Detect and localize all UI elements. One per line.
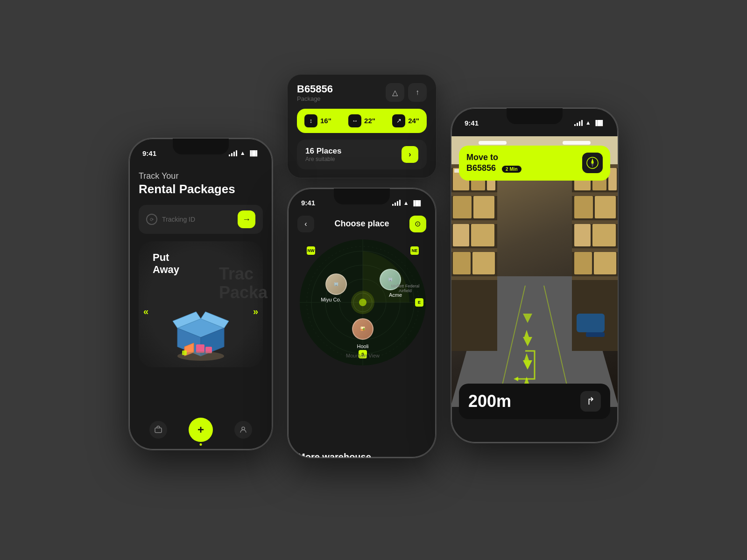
search-input[interactable]: Tracking ID (162, 216, 195, 223)
dim-width-item: ↔ 22" (348, 114, 375, 127)
phone2-content: ‹ Choose place ⊙ (288, 216, 436, 458)
status-time-1: 9:41 (142, 149, 156, 157)
height-icon: ↕ (304, 114, 317, 127)
status-bar-2: 9:41 ▲ ▐█▌ (288, 189, 436, 211)
center-column: B65856 Package △ ↑ ↕ 16" ↔ 22" ↗ 24" (287, 74, 437, 458)
places-info: 16 Places Are suitable (305, 147, 342, 162)
svg-rect-33 (451, 248, 497, 252)
status-icons-2: ▲ ▐█▌ (392, 200, 423, 206)
ar-navigation-banner: Move to B65856 2 Min (459, 146, 610, 181)
svg-rect-61 (577, 314, 605, 332)
signal-bar-2 (231, 153, 233, 156)
svg-rect-50 (572, 276, 618, 280)
battery-icon: ▐█▌ (248, 150, 259, 156)
signal-bar-3 (233, 152, 235, 156)
svg-rect-32 (451, 220, 497, 224)
nav-packages-button[interactable] (149, 421, 167, 439)
widget-pkg-id: B65856 (297, 83, 333, 95)
phone-1: 9:41 ▲ ▐█▌ Track Your Rental Packages ⟳ … (128, 138, 273, 450)
blip-miyu[interactable]: 🏢 (325, 273, 347, 295)
svg-rect-39 (473, 196, 494, 218)
svg-rect-49 (572, 248, 618, 252)
places-arrow-button[interactable]: › (402, 146, 418, 163)
mountain-view-label: Mountain View (346, 353, 380, 358)
height-value: 16" (320, 117, 331, 125)
blip-moffett-label: Moffett Federal Airfield (389, 284, 422, 293)
nav-indicator-dot (200, 443, 202, 446)
ar-compass-icon[interactable] (582, 153, 603, 173)
choose-place-title: Choose place (334, 219, 389, 229)
battery-icon-3: ▐█▌ (594, 120, 605, 126)
watermark-text: Trac Packa (219, 265, 268, 301)
signal-bar-4 (236, 150, 237, 156)
svg-rect-47 (572, 192, 618, 196)
phone1-content: Track Your Rental Packages ⟳ Tracking ID… (129, 161, 272, 381)
status-icons-1: ▲ ▐█▌ (229, 150, 259, 156)
svg-rect-41 (471, 224, 494, 246)
widget-recycle-button[interactable]: △ (386, 83, 404, 102)
nav-profile-button[interactable] (234, 421, 252, 439)
back-button[interactable]: ‹ (297, 216, 314, 232)
svg-rect-23 (479, 141, 507, 145)
svg-rect-54 (574, 196, 593, 218)
radar-map: NW NE S E 🏢 Miyu Co. 🏢 Acme Moffett Fede… (297, 237, 428, 368)
compass-e: E (415, 298, 423, 307)
dim-height-item: ↕ 16" (304, 114, 331, 127)
svg-rect-24 (563, 141, 591, 145)
wifi-icon-2: ▲ (403, 200, 409, 206)
ar-destination-text: B65856 2 Min (466, 163, 521, 174)
status-bar-3: 9:41 ▲ ▐█▌ (451, 108, 618, 131)
box-illustration (168, 309, 233, 367)
svg-rect-62 (586, 332, 605, 337)
carousel-next-button[interactable]: » (253, 306, 258, 317)
widget-upload-button[interactable]: ↑ (408, 83, 427, 102)
svg-rect-34 (451, 276, 497, 280)
nav-turn-icon: ↱ (580, 391, 601, 412)
svg-rect-58 (574, 252, 592, 274)
places-row[interactable]: 16 Places Are suitable › (297, 140, 427, 169)
wifi-icon-3: ▲ (585, 119, 591, 126)
signal-icon-3 (574, 120, 583, 126)
status-time-2: 9:41 (301, 199, 315, 207)
location-button[interactable]: ⊙ (409, 216, 426, 232)
svg-rect-55 (595, 196, 616, 218)
width-icon: ↔ (348, 114, 361, 127)
dim-depth-item: ↗ 24" (392, 114, 419, 127)
carousel-prev-button[interactable]: « (143, 306, 148, 317)
track-subtitle: Track Your (139, 171, 263, 181)
svg-rect-42 (453, 252, 471, 274)
search-submit-button[interactable]: → (238, 210, 255, 228)
put-away-label: Put Away (153, 252, 179, 276)
svg-point-71 (592, 162, 593, 164)
wifi-icon: ▲ (240, 150, 246, 156)
ar-move-to-text: Move to (466, 152, 521, 163)
signal-icon-2 (392, 200, 401, 206)
package-widget-card: B65856 Package △ ↑ ↕ 16" ↔ 22" ↗ 24" (287, 74, 437, 178)
phone-3: 9:41 ▲ ▐█▌ (451, 107, 619, 443)
status-time-3: 9:41 (465, 119, 479, 127)
navigation-distance-bar: 200m ↱ (459, 384, 610, 419)
nav-add-button[interactable]: + (189, 418, 213, 442)
depth-value: 24" (408, 117, 419, 125)
svg-rect-57 (592, 224, 616, 246)
choose-place-header: ‹ Choose place ⊙ (297, 216, 426, 232)
compass-ne: NE (410, 246, 419, 255)
width-value: 22" (364, 117, 375, 125)
blip-hooli[interactable]: 🏜️ (352, 318, 374, 340)
more-warehouse-text: More warehouse nearby (297, 451, 426, 458)
track-title: Rental Packages (139, 182, 263, 196)
nav-distance-text: 200m (468, 392, 511, 411)
ar-banner-content: Move to B65856 2 Min (466, 152, 521, 174)
svg-rect-43 (472, 252, 495, 274)
search-bar[interactable]: ⟳ Tracking ID → (139, 205, 263, 234)
widget-actions: △ ↑ (386, 83, 427, 102)
search-left: ⟳ Tracking ID (146, 214, 195, 225)
svg-rect-38 (453, 196, 472, 218)
svg-rect-56 (574, 224, 591, 246)
carousel-area: « » Put Away Trac Packa (139, 241, 263, 381)
dimensions-bar: ↕ 16" ↔ 22" ↗ 24" (297, 109, 427, 133)
blip-hooli-label: Hooli (349, 343, 377, 349)
svg-rect-9 (182, 350, 187, 355)
bottom-nav: + (129, 418, 272, 442)
ar-time-badge: 2 Min (502, 166, 521, 173)
